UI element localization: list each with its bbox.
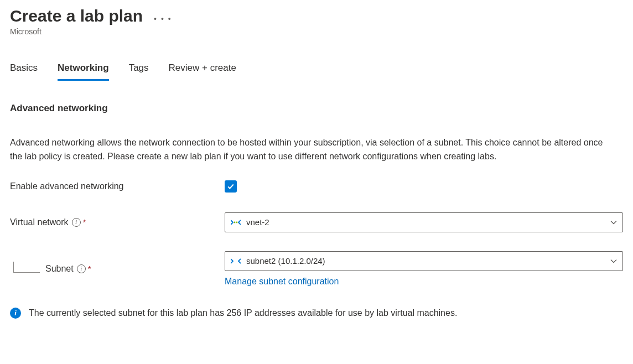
tabs: Basics Networking Tags Review + create — [10, 63, 623, 81]
manage-subnet-configuration-link[interactable]: Manage subnet configuration — [225, 277, 339, 287]
tab-review-create[interactable]: Review + create — [169, 63, 236, 81]
svg-point-0 — [234, 221, 236, 223]
section-description: Advanced networking allows the network c… — [10, 136, 608, 164]
subnet-info-bar: i The currently selected subnet for this… — [10, 308, 623, 319]
row-subnet: Subnet i * subnet2 (10.1.2.0/24) — [10, 251, 623, 287]
chevron-down-icon — [610, 257, 618, 265]
enable-advanced-networking-label: Enable advanced networking — [10, 181, 123, 191]
tree-connector-icon — [13, 262, 40, 273]
subnet-value: subnet2 (10.1.2.0/24) — [246, 256, 325, 266]
virtual-network-dropdown[interactable]: vnet-2 — [225, 212, 623, 232]
page-title: Create a lab plan — [10, 7, 143, 25]
info-icon: i — [10, 308, 21, 319]
virtual-network-value: vnet-2 — [246, 217, 269, 227]
enable-advanced-networking-checkbox[interactable] — [225, 180, 237, 193]
title-row: Create a lab plan • • • — [10, 7, 623, 25]
more-actions-button[interactable]: • • • — [154, 9, 172, 23]
tab-tags[interactable]: Tags — [129, 63, 149, 81]
required-indicator: * — [83, 217, 86, 227]
required-indicator: * — [88, 264, 91, 273]
subnet-dropdown[interactable]: subnet2 (10.1.2.0/24) — [225, 251, 623, 271]
subnet-icon — [231, 257, 241, 265]
page-subtitle: Microsoft — [10, 27, 623, 36]
info-icon[interactable]: i — [77, 264, 86, 273]
subnet-info-message: The currently selected subnet for this l… — [29, 308, 457, 318]
row-virtual-network: Virtual network i * vnet-2 — [10, 212, 623, 232]
info-icon[interactable]: i — [72, 218, 81, 227]
subnet-label: Subnet — [45, 264, 74, 274]
checkmark-icon — [227, 183, 235, 190]
chevron-down-icon — [610, 219, 618, 226]
section-heading: Advanced networking — [10, 103, 623, 114]
tab-basics[interactable]: Basics — [10, 63, 38, 81]
tab-networking[interactable]: Networking — [58, 63, 109, 81]
row-enable-advanced-networking: Enable advanced networking — [10, 180, 623, 193]
page-root: Create a lab plan • • • Microsoft Basics… — [0, 0, 633, 330]
svg-point-1 — [236, 221, 238, 223]
virtual-network-label: Virtual network — [10, 217, 69, 227]
vnet-icon — [231, 219, 241, 226]
